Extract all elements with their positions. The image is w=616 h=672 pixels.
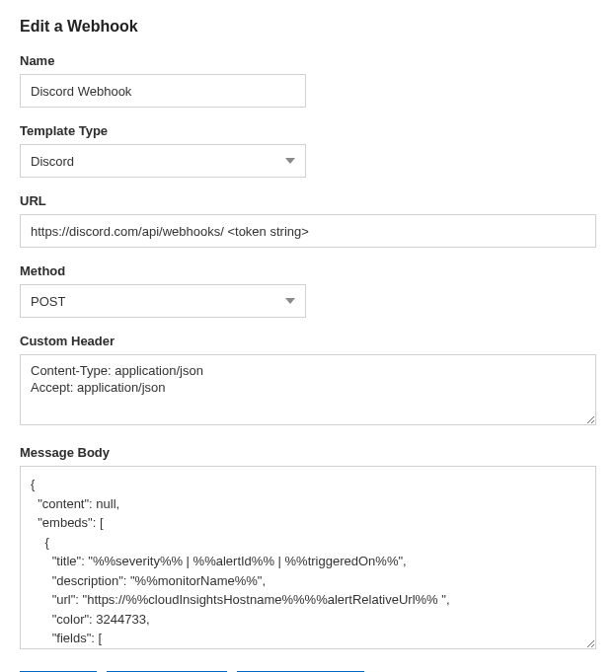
method-select[interactable]: POST [20,284,306,318]
method-label: Method [20,263,596,278]
url-input[interactable] [20,214,596,248]
page-title: Edit a Webhook [20,18,596,36]
name-label: Name [20,53,596,68]
name-field: Name [20,53,596,108]
message-body-field: Message Body [20,445,596,649]
custom-header-field: Custom Header [20,334,596,429]
url-field: URL [20,193,596,248]
chevron-down-icon [285,298,295,304]
chevron-down-icon [285,158,295,164]
method-value: POST [31,294,65,309]
url-label: URL [20,193,596,208]
template-type-label: Template Type [20,123,596,138]
template-type-select[interactable]: Discord [20,144,306,178]
custom-header-textarea[interactable] [20,354,596,425]
template-type-field: Template Type Discord [20,123,596,178]
message-body-textarea[interactable] [21,467,595,648]
message-body-label: Message Body [20,445,596,460]
template-type-value: Discord [31,154,74,169]
name-input[interactable] [20,74,306,108]
method-field: Method POST [20,263,596,318]
custom-header-label: Custom Header [20,334,596,348]
